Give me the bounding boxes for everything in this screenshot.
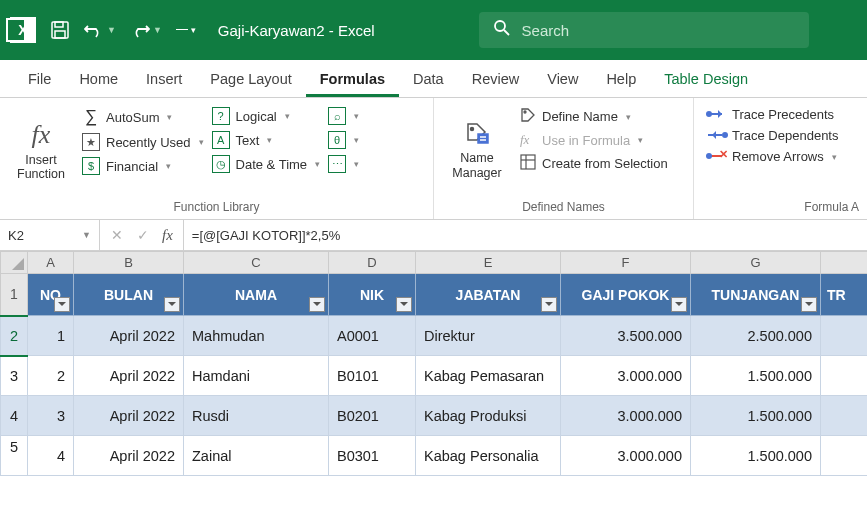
trace-precedents-button[interactable]: Trace Precedents <box>708 107 838 122</box>
cell[interactable]: 2 <box>28 356 74 396</box>
table-row[interactable]: 4 3 April 2022 Rusdi B0201 Kabag Produks… <box>1 396 868 436</box>
table-header-jabatan[interactable]: JABATAN <box>416 274 561 316</box>
cell[interactable]: 4 <box>28 436 74 476</box>
table-header-tunjangan[interactable]: TUNJANGAN <box>691 274 821 316</box>
table-header-gaji-pokok[interactable]: GAJI POKOK <box>561 274 691 316</box>
tab-home[interactable]: Home <box>65 62 132 97</box>
col-header-h[interactable] <box>821 252 868 274</box>
accept-formula-button[interactable]: ✓ <box>132 227 154 243</box>
name-box[interactable]: K2 ▼ <box>0 220 100 251</box>
insert-function-button[interactable]: fx Insert Function <box>8 103 74 198</box>
text-button[interactable]: AText▾ <box>212 131 321 149</box>
table-header-nik[interactable]: NIK <box>329 274 416 316</box>
fx-icon[interactable]: fx <box>162 227 173 244</box>
cell[interactable]: B0201 <box>329 396 416 436</box>
tab-help[interactable]: Help <box>592 62 650 97</box>
cell[interactable]: April 2022 <box>74 396 184 436</box>
cell[interactable]: 1.500.000 <box>691 396 821 436</box>
search-box[interactable]: Search <box>479 12 809 48</box>
table-row[interactable]: 3 2 April 2022 Hamdani B0101 Kabag Pemas… <box>1 356 868 396</box>
cell[interactable]: Hamdani <box>184 356 329 396</box>
cell[interactable]: 2.500.000 <box>691 316 821 356</box>
name-manager-button[interactable]: Name Manager <box>442 103 512 198</box>
cell[interactable]: 3.000.000 <box>561 436 691 476</box>
cell[interactable]: Kabag Produksi <box>416 396 561 436</box>
cell[interactable] <box>821 316 868 356</box>
col-header-a[interactable]: A <box>28 252 74 274</box>
filter-button[interactable] <box>541 297 557 312</box>
cell[interactable]: 3.000.000 <box>561 356 691 396</box>
cell[interactable]: 1.500.000 <box>691 436 821 476</box>
table-header-no[interactable]: NO <box>28 274 74 316</box>
row-header-4[interactable]: 4 <box>1 396 28 436</box>
autosum-button[interactable]: ∑AutoSum▾ <box>82 107 204 127</box>
cell[interactable]: Zainal <box>184 436 329 476</box>
table-header-tr[interactable]: TR <box>821 274 868 316</box>
tab-insert[interactable]: Insert <box>132 62 196 97</box>
select-all-button[interactable] <box>1 252 28 274</box>
cell[interactable]: April 2022 <box>74 316 184 356</box>
cell[interactable]: Rusdi <box>184 396 329 436</box>
qat-customize-button[interactable]: ▾ <box>176 25 196 35</box>
use-in-formula-button[interactable]: fxUse in Formula▾ <box>520 132 668 148</box>
tab-formulas[interactable]: Formulas <box>306 62 399 97</box>
cell[interactable]: 1 <box>28 316 74 356</box>
financial-button[interactable]: $Financial▾ <box>82 157 204 175</box>
cell[interactable]: B0101 <box>329 356 416 396</box>
trace-dependents-button[interactable]: Trace Dependents <box>708 128 838 143</box>
redo-button[interactable]: ▼ <box>130 21 162 39</box>
cell[interactable] <box>821 436 868 476</box>
filter-button[interactable] <box>309 297 325 312</box>
lookup-button[interactable]: ⌕▾ <box>328 107 359 125</box>
worksheet[interactable]: A B C D E F G 1 NO BULAN NAMA NIK JABATA… <box>0 251 867 476</box>
create-from-selection-button[interactable]: Create from Selection <box>520 154 668 173</box>
math-button[interactable]: θ▾ <box>328 131 359 149</box>
row-header-2[interactable]: 2 <box>1 316 28 356</box>
cell[interactable]: Mahmudan <box>184 316 329 356</box>
logical-button[interactable]: ?Logical▾ <box>212 107 321 125</box>
save-button[interactable] <box>50 20 70 40</box>
col-header-b[interactable]: B <box>74 252 184 274</box>
cell[interactable]: April 2022 <box>74 436 184 476</box>
filter-button[interactable] <box>671 297 687 312</box>
undo-button[interactable]: ▼ <box>84 21 116 39</box>
date-time-button[interactable]: ◷Date & Time▾ <box>212 155 321 173</box>
col-header-f[interactable]: F <box>561 252 691 274</box>
cell[interactable]: Kabag Personalia <box>416 436 561 476</box>
cell[interactable]: April 2022 <box>74 356 184 396</box>
cell[interactable]: A0001 <box>329 316 416 356</box>
tab-table-design[interactable]: Table Design <box>650 62 762 97</box>
cell[interactable]: 3 <box>28 396 74 436</box>
row-header-3[interactable]: 3 <box>1 356 28 396</box>
row-header-1[interactable]: 1 <box>1 274 28 316</box>
cell[interactable]: 1.500.000 <box>691 356 821 396</box>
cell[interactable]: B0301 <box>329 436 416 476</box>
formula-input[interactable]: =[@[GAJI KOTOR]]*2,5% <box>183 220 867 250</box>
filter-button[interactable] <box>396 297 412 312</box>
table-row[interactable]: 5 4 April 2022 Zainal B0301 Kabag Person… <box>1 436 868 476</box>
chevron-down-icon[interactable]: ▼ <box>82 230 91 240</box>
cancel-formula-button[interactable]: ✕ <box>106 227 128 243</box>
table-header-bulan[interactable]: BULAN <box>74 274 184 316</box>
tab-data[interactable]: Data <box>399 62 458 97</box>
remove-arrows-button[interactable]: Remove Arrows▾ <box>708 149 838 164</box>
more-button[interactable]: ⋯▾ <box>328 155 359 173</box>
cell[interactable] <box>821 396 868 436</box>
cell[interactable]: 3.000.000 <box>561 396 691 436</box>
row-header-5[interactable]: 5 <box>1 436 28 476</box>
cell[interactable]: Kabag Pemasaran <box>416 356 561 396</box>
table-header-nama[interactable]: NAMA <box>184 274 329 316</box>
filter-button[interactable] <box>164 297 180 312</box>
cell[interactable]: Direktur <box>416 316 561 356</box>
tab-page-layout[interactable]: Page Layout <box>196 62 305 97</box>
define-name-button[interactable]: Define Name▾ <box>520 107 668 126</box>
recently-used-button[interactable]: ★Recently Used▾ <box>82 133 204 151</box>
col-header-d[interactable]: D <box>329 252 416 274</box>
cell[interactable]: 3.500.000 <box>561 316 691 356</box>
col-header-e[interactable]: E <box>416 252 561 274</box>
col-header-g[interactable]: G <box>691 252 821 274</box>
filter-button[interactable] <box>54 297 70 312</box>
filter-button[interactable] <box>801 297 817 312</box>
col-header-c[interactable]: C <box>184 252 329 274</box>
tab-review[interactable]: Review <box>458 62 534 97</box>
